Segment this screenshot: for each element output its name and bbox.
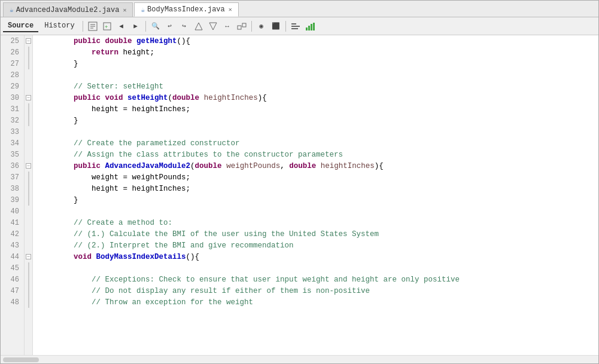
- fold-marker-46: [25, 274, 32, 285]
- code-line-25[interactable]: public double getHeight(){: [33, 35, 598, 47]
- line-number-27: 27: [3, 58, 22, 69]
- fold-marker-37: [25, 172, 32, 183]
- toolbar-btn-coverage[interactable]: [303, 20, 317, 33]
- horizontal-scrollbar[interactable]: [1, 355, 598, 363]
- history-tab[interactable]: History: [39, 20, 79, 32]
- toolbar-btn-collapse[interactable]: [235, 20, 248, 33]
- toolbar-btn-quick-diff[interactable]: +: [101, 20, 114, 33]
- line-number-34: 34: [3, 137, 22, 149]
- code-line-29[interactable]: // Setter: setHeight: [33, 81, 598, 92]
- fold-marker-31: [25, 103, 32, 115]
- fold-marker-32: [25, 115, 32, 126]
- fold-marker-40: [25, 206, 32, 217]
- fold-marker-29: [25, 81, 32, 92]
- fold-marker-39: [25, 194, 32, 206]
- code-line-44[interactable]: void BodyMassIndexDetails(){: [33, 251, 598, 262]
- editor: 2526272829303132333435363738394041424344…: [1, 35, 598, 355]
- toolbar-btn-stop[interactable]: ⬛: [269, 20, 282, 33]
- fold-marker-30[interactable]: −: [25, 92, 32, 103]
- fold-marker-36[interactable]: −: [25, 160, 32, 172]
- toolbar-btn-last-edit[interactable]: [192, 20, 205, 33]
- line-number-30: 30: [3, 92, 22, 103]
- toolbar-btn-next-toolbar[interactable]: ▶: [129, 20, 142, 33]
- svg-rect-11: [291, 26, 300, 27]
- code-line-42[interactable]: // (1.) Calculate the BMI of the user us…: [33, 228, 598, 240]
- line-number-43: 43: [3, 240, 22, 251]
- fold-marker-43: [25, 240, 32, 251]
- code-line-38[interactable]: height = heightInches;: [33, 183, 598, 194]
- code-line-41[interactable]: // Create a method to:: [33, 217, 598, 228]
- line-number-33: 33: [3, 126, 22, 137]
- code-line-47[interactable]: // Do not display any result if either o…: [33, 285, 598, 296]
- line-number-45: 45: [3, 262, 22, 274]
- line-number-25: 25: [3, 35, 22, 47]
- toolbar-btn-tasks[interactable]: [289, 20, 302, 33]
- line-number-26: 26: [3, 47, 22, 58]
- fold-marker-48: [25, 296, 32, 308]
- code-line-31[interactable]: height = heightInches;: [33, 103, 598, 115]
- toolbar-sep-3: [251, 21, 252, 32]
- fold-marker-28: [25, 69, 32, 81]
- code-line-32[interactable]: }: [33, 115, 598, 126]
- toolbar-btn-annotate[interactable]: [86, 20, 99, 33]
- line-number-37: 37: [3, 172, 22, 183]
- code-line-30[interactable]: public void setHeight(double heightInche…: [33, 92, 598, 103]
- code-line-28[interactable]: [33, 69, 598, 81]
- fold-marker-26: [25, 47, 32, 58]
- fold-marker-44[interactable]: −: [25, 251, 32, 262]
- code-line-34[interactable]: // Create the parametized constructor: [33, 137, 598, 149]
- tab-label-1: AdvancedJavaModule2.java: [16, 6, 120, 14]
- tab-advanced-java[interactable]: ☕ AdvancedJavaModule2.java ✕: [3, 2, 133, 17]
- line-numbers: 2526272829303132333435363738394041424344…: [1, 35, 25, 355]
- code-line-37[interactable]: weight = weightPounds;: [33, 172, 598, 183]
- scrollbar-thumb[interactable]: [3, 357, 39, 362]
- code-line-39[interactable]: }: [33, 194, 598, 206]
- toolbar-btn-next-edit[interactable]: [206, 20, 220, 33]
- svg-marker-7: [209, 23, 217, 30]
- line-number-38: 38: [3, 183, 22, 194]
- svg-rect-12: [291, 28, 298, 29]
- code-line-40[interactable]: [33, 206, 598, 217]
- fold-marker-25[interactable]: −: [25, 35, 32, 47]
- code-line-27[interactable]: }: [33, 58, 598, 69]
- source-tab[interactable]: Source: [3, 20, 38, 32]
- toolbar-btn-expand[interactable]: ↔: [221, 20, 234, 33]
- fold-marker-45: [25, 262, 32, 274]
- svg-rect-8: [238, 26, 241, 29]
- line-number-41: 41: [3, 217, 22, 228]
- code-line-45[interactable]: [33, 262, 598, 274]
- tab-close-2[interactable]: ✕: [229, 6, 232, 13]
- tab-bar: ☕ AdvancedJavaModule2.java ✕ ☕ BodyMassI…: [1, 1, 598, 17]
- code-line-36[interactable]: public AdvancedJavaModule2(double weight…: [33, 160, 598, 172]
- line-number-46: 46: [3, 274, 22, 285]
- tab-body-mass-index[interactable]: ☕ BodyMassIndex.java ✕: [134, 2, 238, 17]
- java-file-icon-2: ☕: [141, 6, 145, 14]
- fold-marker-33: [25, 126, 32, 137]
- toolbar-btn-back[interactable]: ↩: [163, 20, 177, 33]
- code-line-46[interactable]: // Exceptions: Check to ensure that user…: [33, 274, 598, 285]
- fold-marker-34: [25, 137, 32, 149]
- code-line-43[interactable]: // (2.) Interpret the BMI and give recom…: [33, 240, 598, 251]
- toolbar: Source History + ◀ ▶ 🔍 ↩ ↪ ↔ ◉ ⬛: [1, 17, 598, 35]
- line-number-44: 44: [3, 251, 22, 262]
- svg-rect-15: [311, 24, 312, 30]
- line-number-48: 48: [3, 296, 22, 308]
- code-line-48[interactable]: // Throw an exception for the weight: [33, 296, 598, 308]
- fold-marker-27: [25, 58, 32, 69]
- svg-rect-13: [306, 27, 308, 30]
- tab-close-1[interactable]: ✕: [123, 7, 126, 14]
- code-line-35[interactable]: // Assign the class attributes to the co…: [33, 149, 598, 160]
- line-number-36: 36: [3, 160, 22, 172]
- code-area[interactable]: public double getHeight(){ return height…: [33, 35, 598, 355]
- toolbar-btn-prev[interactable]: ◀: [115, 20, 128, 33]
- fold-column: −−−−: [25, 35, 33, 355]
- line-number-28: 28: [3, 69, 22, 81]
- toolbar-btn-breakpoint-toggle[interactable]: ◉: [255, 20, 268, 33]
- toolbar-btn-find[interactable]: 🔍: [149, 20, 162, 33]
- toolbar-btn-forward[interactable]: ↪: [178, 20, 191, 33]
- code-line-33[interactable]: [33, 126, 598, 137]
- fold-marker-35: [25, 149, 32, 160]
- code-line-26[interactable]: return height;: [33, 47, 598, 58]
- tab-label-2: BodyMassIndex.java: [147, 5, 225, 14]
- fold-marker-41: [25, 217, 32, 228]
